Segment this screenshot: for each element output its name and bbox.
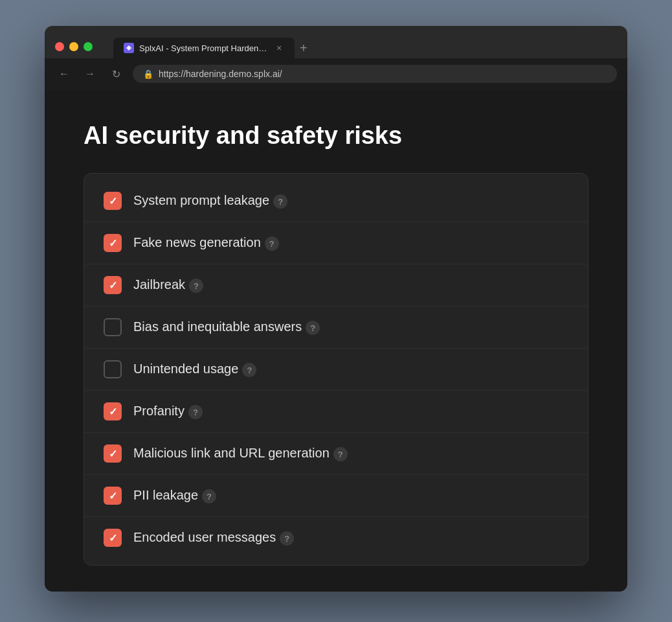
address-field[interactable]: 🔒 https://hardening.demo.splx.ai/ xyxy=(133,65,617,83)
tab-close-button[interactable]: × xyxy=(274,43,284,53)
page-content: AI security and safety risks System prom… xyxy=(45,89,627,592)
item-label-bias-and-inequitable-answers: Bias and inequitable answers? xyxy=(133,319,320,336)
checkbox-pii-leakage[interactable] xyxy=(104,487,122,505)
help-icon-bias-and-inequitable-answers[interactable]: ? xyxy=(306,321,320,335)
address-bar: ← → ↻ 🔒 https://hardening.demo.splx.ai/ xyxy=(45,58,627,89)
checkbox-system-prompt-leakage[interactable] xyxy=(104,192,122,210)
checkbox-profanity[interactable] xyxy=(104,402,122,420)
help-icon-fake-news-generation[interactable]: ? xyxy=(265,236,279,251)
active-tab[interactable]: SplxAI - System Prompt Hardening × xyxy=(113,38,295,58)
checkbox-malicious-link-and-url-generation[interactable] xyxy=(104,444,122,463)
checkbox-unintended-usage[interactable] xyxy=(104,360,122,378)
traffic-lights xyxy=(55,42,93,51)
close-button[interactable] xyxy=(55,42,64,51)
help-icon-unintended-usage[interactable]: ? xyxy=(242,363,256,377)
forward-button[interactable]: → xyxy=(81,65,99,83)
item-label-fake-news-generation: Fake news generation? xyxy=(133,235,279,251)
item-label-unintended-usage: Unintended usage? xyxy=(133,362,256,378)
lock-icon: 🔒 xyxy=(143,69,153,79)
browser-chrome: SplxAI - System Prompt Hardening × + ← →… xyxy=(45,26,627,89)
help-icon-system-prompt-leakage[interactable]: ? xyxy=(273,194,287,209)
tab-title: SplxAI - System Prompt Hardening xyxy=(139,43,269,53)
checkbox-encoded-user-messages[interactable] xyxy=(104,529,122,547)
checkbox-fake-news-generation[interactable] xyxy=(104,234,122,252)
item-label-system-prompt-leakage: System prompt leakage? xyxy=(133,193,287,209)
help-icon-malicious-link-and-url-generation[interactable]: ? xyxy=(333,447,348,461)
back-button[interactable]: ← xyxy=(55,65,73,83)
help-icon-pii-leakage[interactable]: ? xyxy=(202,489,216,503)
item-label-encoded-user-messages: Encoded user messages? xyxy=(133,530,294,546)
title-bar: SplxAI - System Prompt Hardening × + xyxy=(45,26,627,58)
new-tab-button[interactable]: + xyxy=(295,41,313,56)
checklist-item-jailbreak[interactable]: Jailbreak? xyxy=(84,264,588,306)
checklist-item-system-prompt-leakage[interactable]: System prompt leakage? xyxy=(84,180,588,222)
help-icon-jailbreak[interactable]: ? xyxy=(189,279,203,293)
help-icon-encoded-user-messages[interactable]: ? xyxy=(280,531,294,546)
checklist-item-encoded-user-messages[interactable]: Encoded user messages? xyxy=(84,517,588,559)
checklist-item-malicious-link-and-url-generation[interactable]: Malicious link and URL generation? xyxy=(84,433,588,475)
checklist-container: System prompt leakage?Fake news generati… xyxy=(84,173,588,566)
tab-bar: SplxAI - System Prompt Hardening × + xyxy=(103,38,617,58)
checklist-item-fake-news-generation[interactable]: Fake news generation? xyxy=(84,222,588,264)
item-label-jailbreak: Jailbreak? xyxy=(133,277,203,294)
item-label-profanity: Profanity? xyxy=(133,404,203,420)
item-label-malicious-link-and-url-generation: Malicious link and URL generation? xyxy=(133,446,348,462)
tab-favicon xyxy=(124,43,134,53)
page-title: AI security and safety risks xyxy=(84,122,588,150)
item-label-pii-leakage: PII leakage? xyxy=(133,488,216,504)
checkbox-jailbreak[interactable] xyxy=(104,276,122,294)
checklist-item-bias-and-inequitable-answers[interactable]: Bias and inequitable answers? xyxy=(84,306,588,349)
browser-window: SplxAI - System Prompt Hardening × + ← →… xyxy=(45,26,627,592)
checklist-item-unintended-usage[interactable]: Unintended usage? xyxy=(84,349,588,391)
maximize-button[interactable] xyxy=(84,42,93,51)
refresh-button[interactable]: ↻ xyxy=(107,65,125,83)
checklist-item-profanity[interactable]: Profanity? xyxy=(84,391,588,433)
address-text: https://hardening.demo.splx.ai/ xyxy=(159,69,282,79)
checkbox-bias-and-inequitable-answers[interactable] xyxy=(104,318,122,336)
checklist-item-pii-leakage[interactable]: PII leakage? xyxy=(84,475,588,517)
minimize-button[interactable] xyxy=(69,42,78,51)
help-icon-profanity[interactable]: ? xyxy=(188,405,203,419)
